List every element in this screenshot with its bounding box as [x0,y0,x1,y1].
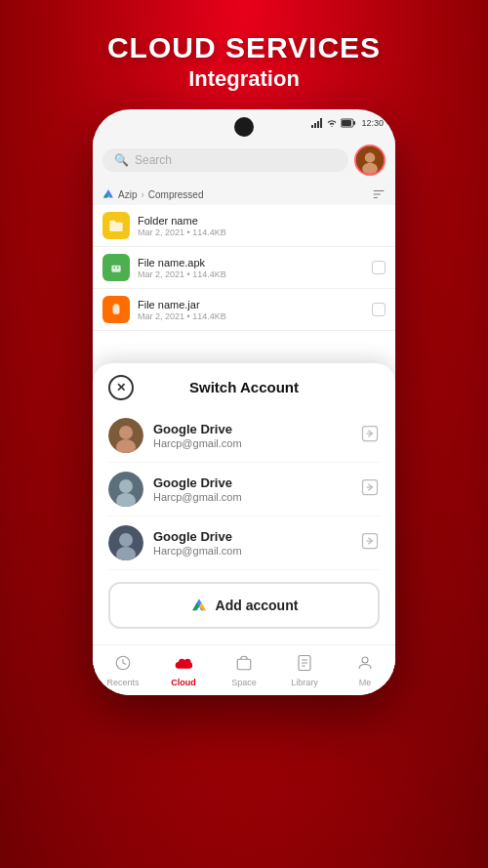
search-icon: 🔍 [114,153,129,167]
file-item-apk[interactable]: File name.apk Mar 2, 2021 • 114.4KB [93,247,395,289]
search-input-wrap[interactable]: 🔍 Search [102,148,348,172]
document-icon [296,654,313,672]
svg-rect-35 [237,659,251,670]
account-list: Google Drive Harcp@gmail.com [108,409,380,570]
header-title: CLOUD SERVICES [107,31,381,64]
nav-label-recents: Recents [106,678,139,687]
phone-screen: 🔍 Search Azip › [93,137,395,695]
wifi-icon [326,118,338,128]
account-info-1: Google Drive Harcp@gmail.com [153,422,350,449]
file-item-jar[interactable]: File name.jar Mar 2, 2021 • 114.4KB [93,289,395,331]
modal-title: Switch Account [189,379,299,395]
signal-icon [311,118,323,128]
sort-icon[interactable] [372,187,386,201]
account-avatar-1 [108,418,143,453]
svg-point-24 [119,479,133,493]
user-avatar[interactable] [354,145,386,176]
breadcrumb: Azip › Compressed [93,184,395,205]
person-icon [356,654,374,672]
account-action-icon-1[interactable] [360,424,380,447]
account-item-2[interactable]: Google Drive Harcp@gmail.com [108,463,380,517]
svg-rect-0 [311,125,313,128]
breadcrumb-path: Azip › Compressed [102,188,204,200]
cloud-svg-icon [174,654,193,672]
file-item-folder[interactable]: Folder name Mar 2, 2021 • 114.4KB [93,205,395,247]
page-header: CLOUD SERVICES Integration [107,31,381,92]
switch-icon-3 [360,531,380,551]
account-item-1[interactable]: Google Drive Harcp@gmail.com [108,409,380,463]
header-subtitle: Integration [107,66,381,92]
status-time: 12:30 [361,118,384,128]
jar-svg-icon [109,303,123,316]
svg-rect-17 [114,304,119,306]
phone-mockup: 12:30 🔍 Search [93,109,395,695]
breadcrumb-item-2: Compressed [148,189,204,200]
switch-account-modal: ✕ Switch Account [93,363,395,644]
account-item-3[interactable]: Google Drive Harcp@gmail.com [108,517,380,570]
nav-label-space: Space [231,678,257,687]
svg-point-8 [365,152,376,163]
svg-point-15 [117,267,119,269]
close-button[interactable]: ✕ [108,375,134,400]
nav-item-library[interactable]: Library [274,654,335,687]
nav-label-me: Me [359,678,372,687]
svg-rect-3 [320,118,322,128]
nav-item-cloud[interactable]: Cloud [153,654,214,687]
phone-notch [234,117,254,137]
folder-svg-icon [108,219,124,232]
account-action-icon-2[interactable] [360,477,380,501]
android-icon [109,261,123,274]
folder-icon [102,212,130,239]
recents-icon [114,654,132,676]
switch-icon-2 [360,477,380,497]
svg-rect-13 [111,266,120,272]
cloud-icon [174,654,193,676]
add-account-button[interactable]: Add account [108,582,380,629]
nav-item-recents[interactable]: Recents [93,654,153,687]
jar-name: File name.jar [138,299,364,310]
modal-header: ✕ Switch Account [108,379,380,395]
switch-icon-1 [360,424,380,443]
modal-overlay: ✕ Switch Account [93,363,395,695]
svg-rect-2 [317,121,319,128]
jar-meta: Mar 2, 2021 • 114.4KB [138,311,364,321]
jar-icon [102,296,130,323]
account-face-3 [108,525,143,560]
account-info-2: Google Drive Harcp@gmail.com [153,475,350,503]
status-icons: 12:30 [311,118,384,128]
file-info-folder: Folder name Mar 2, 2021 • 114.4KB [138,215,386,237]
account-email-3: Harcp@gmail.com [153,545,350,557]
library-icon [296,654,313,676]
apk-meta: Mar 2, 2021 • 114.4KB [138,269,364,279]
svg-point-40 [362,657,368,663]
file-info-jar: File name.jar Mar 2, 2021 • 114.4KB [138,299,364,321]
account-avatar-2 [108,472,143,507]
breadcrumb-separator: › [141,189,143,200]
svg-rect-5 [353,121,355,125]
nav-item-space[interactable]: Space [214,654,274,687]
svg-point-29 [119,533,133,547]
add-account-label: Add account [216,598,299,613]
drive-icon [102,188,114,200]
file-info-apk: File name.apk Mar 2, 2021 • 114.4KB [138,257,364,279]
nav-label-library: Library [291,678,318,687]
gdrive-add-icon [190,597,208,614]
folder-name: Folder name [138,215,386,227]
account-info-3: Google Drive Harcp@gmail.com [153,529,350,557]
breadcrumb-item-1: Azip [118,189,137,200]
apk-icon [102,254,130,281]
account-name-2: Google Drive [153,475,350,490]
jar-checkbox[interactable] [372,303,386,316]
space-icon [235,654,253,676]
svg-point-14 [113,267,115,269]
svg-rect-6 [342,120,351,126]
folder-meta: Mar 2, 2021 • 114.4KB [138,227,386,237]
avatar-image [356,146,384,174]
apk-checkbox[interactable] [372,261,386,274]
svg-rect-1 [314,123,316,128]
account-action-icon-3[interactable] [360,531,380,555]
nav-item-me[interactable]: Me [335,654,395,687]
svg-rect-16 [113,305,120,313]
apk-name: File name.apk [138,257,364,269]
account-email-1: Harcp@gmail.com [153,437,350,449]
